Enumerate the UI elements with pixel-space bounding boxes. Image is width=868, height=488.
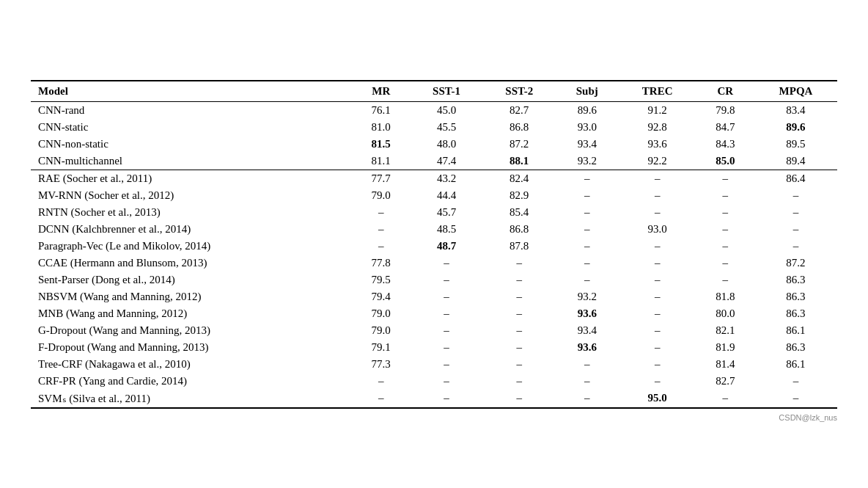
cell-sst2: 86.8: [483, 119, 556, 136]
table-row: CCAE (Hermann and Blunsom, 2013)77.8––––…: [31, 255, 837, 272]
table-row: RNTN (Socher et al., 2013)–45.785.4––––: [31, 204, 837, 221]
cell-model: CNN-non-static: [31, 136, 352, 153]
cell-trec: –: [619, 255, 696, 272]
cell-cr: –: [696, 390, 754, 408]
table-row: CNN-rand76.145.082.789.691.279.883.4: [31, 101, 837, 119]
cell-cr: 81.9: [696, 339, 754, 356]
cell-model: Sent-Parser (Dong et al., 2014): [31, 272, 352, 288]
header-sst2: SST-2: [483, 81, 556, 102]
cell-sst2: –: [483, 339, 556, 356]
cell-sst2: –: [483, 390, 556, 408]
cell-sst2: 87.8: [483, 238, 556, 255]
cell-mpqa: –: [754, 187, 837, 204]
cell-subj: 93.6: [556, 339, 619, 356]
cell-mpqa: –: [754, 204, 837, 221]
cell-sst2: –: [483, 322, 556, 339]
cell-cr: 85.0: [696, 153, 754, 170]
cell-model: CNN-multichannel: [31, 153, 352, 170]
table-row: CRF-PR (Yang and Cardie, 2014)–––––82.7–: [31, 373, 837, 390]
cell-mr: 79.5: [352, 272, 410, 288]
cell-sst2: 82.7: [483, 101, 556, 119]
cell-subj: –: [556, 390, 619, 408]
cell-mr: –: [352, 238, 410, 255]
cell-sst1: 45.5: [410, 119, 482, 136]
cell-mr: –: [352, 204, 410, 221]
cell-cr: –: [696, 255, 754, 272]
cell-mr: 79.0: [352, 305, 410, 322]
cell-mpqa: 89.5: [754, 136, 837, 153]
cell-sst1: –: [410, 339, 482, 356]
table-row: MNB (Wang and Manning, 2012)79.0––93.6–8…: [31, 305, 837, 322]
cell-sst2: 82.9: [483, 187, 556, 204]
header-model: Model: [31, 81, 352, 102]
cell-model: CCAE (Hermann and Blunsom, 2013): [31, 255, 352, 272]
cell-trec: 92.8: [619, 119, 696, 136]
cell-mr: 79.1: [352, 339, 410, 356]
cell-model: RNTN (Socher et al., 2013): [31, 204, 352, 221]
header-mpqa: MPQA: [754, 81, 837, 102]
cell-model: CRF-PR (Yang and Cardie, 2014): [31, 373, 352, 390]
cell-trec: –: [619, 187, 696, 204]
cell-cr: –: [696, 272, 754, 288]
cell-subj: 93.4: [556, 136, 619, 153]
cell-cr: –: [696, 187, 754, 204]
cell-cr: –: [696, 204, 754, 221]
cell-cr: 84.7: [696, 119, 754, 136]
cell-mr: 77.8: [352, 255, 410, 272]
cell-sst1: 43.2: [410, 170, 482, 187]
table-row: Tree-CRF (Nakagawa et al., 2010)77.3––––…: [31, 356, 837, 373]
cell-mr: 79.4: [352, 288, 410, 305]
cell-sst2: 87.2: [483, 136, 556, 153]
cell-subj: –: [556, 221, 619, 238]
cell-sst2: –: [483, 373, 556, 390]
header-mr: MR: [352, 81, 410, 102]
cell-mpqa: 86.3: [754, 339, 837, 356]
cell-mr: 77.3: [352, 356, 410, 373]
cell-sst1: –: [410, 288, 482, 305]
cell-mr: 79.0: [352, 322, 410, 339]
cell-mpqa: 83.4: [754, 101, 837, 119]
cell-mpqa: 86.1: [754, 356, 837, 373]
cell-subj: –: [556, 255, 619, 272]
cell-mpqa: 89.6: [754, 119, 837, 136]
header-cr: CR: [696, 81, 754, 102]
cell-sst2: –: [483, 255, 556, 272]
cell-sst1: 48.7: [410, 238, 482, 255]
cell-subj: 93.2: [556, 288, 619, 305]
cell-mpqa: 87.2: [754, 255, 837, 272]
table-row: DCNN (Kalchbrenner et al., 2014)–48.586.…: [31, 221, 837, 238]
cell-sst1: –: [410, 390, 482, 408]
cell-trec: –: [619, 356, 696, 373]
cell-subj: 93.4: [556, 322, 619, 339]
table-row: CNN-non-static81.548.087.293.493.684.389…: [31, 136, 837, 153]
cell-mpqa: –: [754, 390, 837, 408]
cell-sst2: 82.4: [483, 170, 556, 187]
cell-sst1: –: [410, 272, 482, 288]
cell-sst1: –: [410, 356, 482, 373]
cell-model: G-Dropout (Wang and Manning, 2013): [31, 322, 352, 339]
cell-cr: 84.3: [696, 136, 754, 153]
cell-mpqa: 86.3: [754, 288, 837, 305]
cell-trec: 91.2: [619, 101, 696, 119]
cell-trec: –: [619, 322, 696, 339]
cell-subj: 93.6: [556, 305, 619, 322]
cell-mr: 79.0: [352, 187, 410, 204]
cell-mpqa: 86.4: [754, 170, 837, 187]
cell-subj: 93.2: [556, 153, 619, 170]
cell-model: RAE (Socher et al., 2011): [31, 170, 352, 187]
table-row: CNN-static81.045.586.893.092.884.789.6: [31, 119, 837, 136]
cell-subj: –: [556, 373, 619, 390]
table-row: CNN-multichannel81.147.488.193.292.285.0…: [31, 153, 837, 170]
cell-cr: –: [696, 238, 754, 255]
cell-model: Tree-CRF (Nakagawa et al., 2010): [31, 356, 352, 373]
cell-trec: –: [619, 272, 696, 288]
cell-cr: 81.4: [696, 356, 754, 373]
cell-sst1: 45.0: [410, 101, 482, 119]
table-row: G-Dropout (Wang and Manning, 2013)79.0––…: [31, 322, 837, 339]
cell-trec: –: [619, 305, 696, 322]
cell-model: NBSVM (Wang and Manning, 2012): [31, 288, 352, 305]
results-table: Model MR SST-1 SST-2 Subj TREC CR MPQA C…: [31, 80, 837, 409]
cell-mpqa: –: [754, 221, 837, 238]
cell-sst2: –: [483, 272, 556, 288]
cell-model: Paragraph-Vec (Le and Mikolov, 2014): [31, 238, 352, 255]
